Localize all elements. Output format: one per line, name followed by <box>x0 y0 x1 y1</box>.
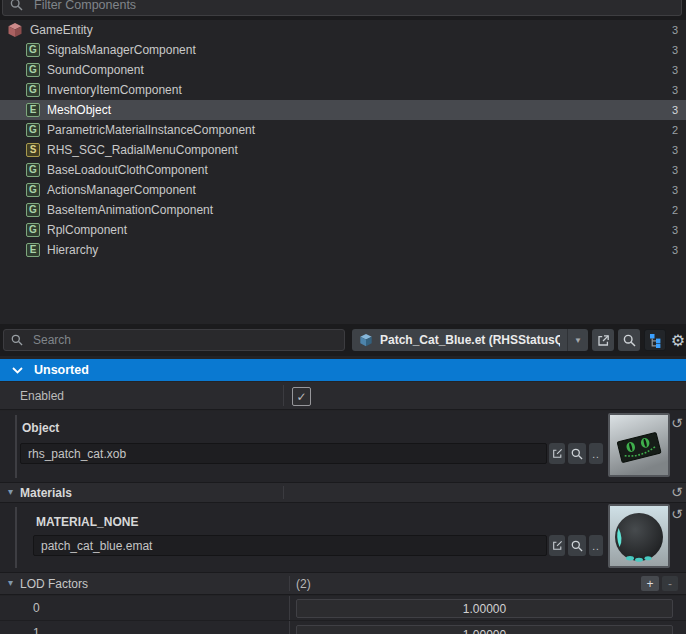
properties-panel: Unsorted Enabled ✓ Object .. <box>0 356 686 634</box>
column-divider <box>283 385 284 406</box>
collapse-triangle-icon[interactable]: ▾ <box>8 577 13 588</box>
tree-item-label: BaseItemAnimationComponent <box>47 203 213 217</box>
tree-item-rhs-sgc-radialmenucomponent[interactable]: S RHS_SGC_RadialMenuComponent 3 <box>0 140 686 160</box>
section-title: Unsorted <box>34 363 89 377</box>
tree-item-count: 3 <box>672 164 678 176</box>
object-preview-thumbnail[interactable] <box>608 413 670 477</box>
search-icon <box>571 448 583 460</box>
script-component-icon: G <box>26 83 40 97</box>
settings-button[interactable]: ⚙ <box>667 329 686 351</box>
object-label: Object <box>22 421 59 435</box>
open-external-icon <box>552 448 563 459</box>
component-tree: GameEntity 3 G SignalsManagerComponent 3… <box>0 20 686 324</box>
column-divider <box>289 621 290 634</box>
tree-item-count: 3 <box>672 144 678 156</box>
tree-item-label: ParametricMaterialInstanceComponent <box>47 123 255 137</box>
indent-guide <box>15 415 17 478</box>
prefab-cube-icon <box>359 333 373 347</box>
column-divider <box>289 576 290 591</box>
search-icon <box>10 0 23 11</box>
lod-factors-row[interactable]: ▾ LOD Factors (2) + - <box>0 573 686 595</box>
open-external-button[interactable] <box>592 329 614 351</box>
enabled-checkbox[interactable]: ✓ <box>292 387 311 406</box>
material-browse-button[interactable]: .. <box>589 535 603 556</box>
tree-item-baseitemanimationcomponent[interactable]: G BaseItemAnimationComponent 2 <box>0 200 686 220</box>
section-header-unsorted[interactable]: Unsorted <box>0 359 686 381</box>
tree-item-label: SignalsManagerComponent <box>47 43 196 57</box>
tree-item-soundcomponent[interactable]: G SoundComponent 3 <box>0 60 686 80</box>
tree-item-inventoryitemcomponent[interactable]: G InventoryItemComponent 3 <box>0 80 686 100</box>
indent-guide <box>15 507 17 568</box>
column-divider <box>283 486 284 499</box>
material-open-external-button[interactable] <box>549 535 565 556</box>
property-row-enabled: Enabled ✓ <box>0 382 686 410</box>
lod-index-label: 0 <box>33 601 40 615</box>
engine-component-icon: E <box>26 243 40 257</box>
tree-item-label: GameEntity <box>30 23 93 37</box>
tree-item-label: InventoryItemComponent <box>47 83 182 97</box>
chevron-down-icon <box>12 367 23 374</box>
tree-item-hierarchy[interactable]: E Hierarchy 3 <box>0 240 686 260</box>
gear-icon: ⚙ <box>671 331 685 350</box>
object-find-button[interactable] <box>568 443 586 464</box>
tree-item-count: 3 <box>672 104 678 116</box>
tree-item-label: MeshObject <box>47 103 111 117</box>
material-find-button[interactable] <box>568 535 586 556</box>
entity-selector-value: Patch_Cat_Blue.et (RHSStatusQuo) <box>380 333 560 347</box>
search-icon <box>623 334 636 347</box>
undo-icon[interactable]: ↺ <box>671 485 683 499</box>
filter-components-field[interactable] <box>2 0 682 16</box>
hierarchy-view-toggle-button[interactable] <box>644 329 666 351</box>
materials-section-row[interactable]: ▾ Materials ↺ <box>0 483 686 503</box>
tree-item-gameentity[interactable]: GameEntity 3 <box>0 20 686 40</box>
script-component-icon: G <box>26 43 40 57</box>
lod-row-0: 0 <box>0 596 686 621</box>
tree-item-label: RHS_SGC_RadialMenuComponent <box>47 143 238 157</box>
material-preview-thumbnail[interactable] <box>608 504 670 568</box>
check-icon: ✓ <box>296 390 306 404</box>
chevron-down-icon[interactable]: ▼ <box>567 329 588 351</box>
tree-item-label: SoundComponent <box>47 63 144 77</box>
search-field[interactable] <box>3 329 345 351</box>
column-divider <box>289 596 290 620</box>
tree-item-count: 3 <box>672 24 678 36</box>
tree-item-parametricmaterialinstancecomponent[interactable]: G ParametricMaterialInstanceComponent 2 <box>0 120 686 140</box>
tree-item-signalsmanagercomponent[interactable]: G SignalsManagerComponent 3 <box>0 40 686 60</box>
add-element-button[interactable]: + <box>641 576 659 591</box>
tree-item-baseloadoutclothcomponent[interactable]: G BaseLoadoutClothComponent 3 <box>0 160 686 180</box>
tree-item-count: 2 <box>672 124 678 136</box>
lod-value-input[interactable] <box>296 625 673 634</box>
object-resource-input[interactable] <box>20 443 547 464</box>
tree-item-count: 3 <box>672 244 678 256</box>
lod-value-input[interactable] <box>296 599 673 618</box>
remove-element-button[interactable]: - <box>662 576 678 591</box>
filter-components-input[interactable] <box>32 0 636 13</box>
enabled-label: Enabled <box>20 389 64 403</box>
search-icon <box>11 334 23 346</box>
undo-icon[interactable]: ↺ <box>671 507 683 521</box>
material-slot-label: MATERIAL_NONE <box>36 515 138 529</box>
tree-item-meshobject[interactable]: E MeshObject 3 <box>0 100 686 120</box>
collapse-triangle-icon[interactable]: ▾ <box>8 486 13 497</box>
entity-selector-dropdown[interactable]: Patch_Cat_Blue.et (RHSStatusQuo) ▼ <box>352 329 588 351</box>
object-property-group: Object .. <box>0 411 686 483</box>
script-component-icon: G <box>26 223 40 237</box>
tree-item-count: 3 <box>672 84 678 96</box>
tree-item-rplcomponent[interactable]: G RplComponent 3 <box>0 220 686 240</box>
script-component-icon: G <box>26 123 40 137</box>
search-input[interactable] <box>31 332 325 348</box>
undo-icon[interactable]: ↺ <box>671 416 683 430</box>
tree-item-label: RplComponent <box>47 223 127 237</box>
script-component-icon: G <box>26 183 40 197</box>
entity-cube-icon <box>7 22 23 38</box>
tree-item-actionsmanagercomponent[interactable]: G ActionsManagerComponent 3 <box>0 180 686 200</box>
lod-index-label: 1 <box>33 626 40 634</box>
open-external-icon <box>552 540 563 551</box>
tree-item-count: 2 <box>672 204 678 216</box>
hierarchy-icon <box>648 333 662 348</box>
object-browse-button[interactable]: .. <box>589 443 603 464</box>
lod-factors-label: LOD Factors <box>20 577 88 591</box>
material-resource-input[interactable] <box>33 535 547 556</box>
object-open-external-button[interactable] <box>549 443 565 464</box>
find-button[interactable] <box>618 329 640 351</box>
